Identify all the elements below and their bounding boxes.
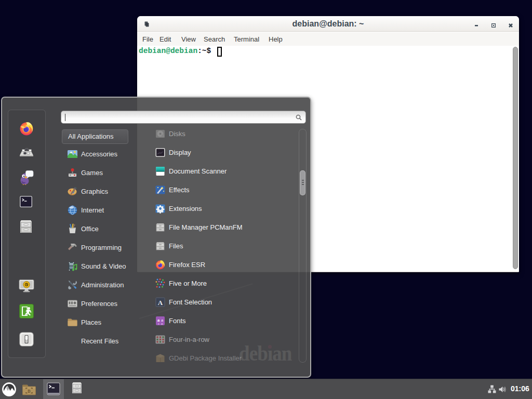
svg-text:D: D xyxy=(28,389,31,394)
svg-text:a: a xyxy=(158,322,159,325)
svg-text:A: A xyxy=(158,298,163,306)
svg-text:a: a xyxy=(161,322,163,325)
